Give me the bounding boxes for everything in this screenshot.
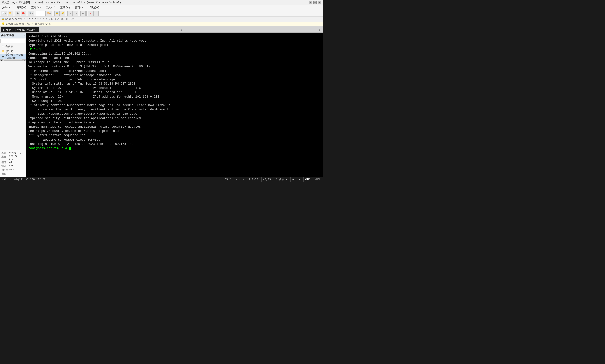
tb-new-session[interactable]: 📄▾ xyxy=(1,11,7,16)
session-value-protocol: SSH xyxy=(9,165,13,168)
scroll-left-button[interactable]: ◄ xyxy=(0,59,3,61)
session-label-name: 名称 xyxy=(1,151,9,155)
toolbar: 📄▾ 📂 🔌 ⛔ 🔍▾ ▾ 🎨▾ 🔒 🔑 ⬆▾ ⬇▾ ⚙▾ ❓ ⋯ xyxy=(0,10,323,16)
session-value-name: 华为云：... xyxy=(9,151,23,155)
session-row-port: 端口 22 xyxy=(1,161,24,164)
tb-download[interactable]: ⬇▾ xyxy=(73,11,78,16)
session-label-host: 主机 xyxy=(1,155,9,160)
main-area: 会话管理器 ✕ 📋 当会话 📁 华为云 💻 华为云：Mysql环境搭建 ◄ ► xyxy=(0,33,323,177)
session-label-port: 端口 xyxy=(1,161,9,164)
minimize-button[interactable]: ─ xyxy=(309,1,312,4)
sidebar-close-icon[interactable]: ✕ xyxy=(23,34,25,37)
folder-icon: 📁 xyxy=(1,50,4,53)
term-line: Type 'help' to learn how to use Xshell p… xyxy=(28,43,321,47)
term-line: Enable ESM Apps to receive additional fu… xyxy=(28,125,321,129)
tab-close-button[interactable]: ✕ xyxy=(36,29,37,31)
term-line: Expanded Security Maintenance for Applic… xyxy=(28,116,321,120)
address-bar: 🔒 ssh://root:***************@121.36.108.… xyxy=(0,16,323,22)
term-cursor xyxy=(69,147,71,150)
term-line: Copyright (c) 2020 NetSarang Computer, I… xyxy=(28,39,321,43)
maximize-button[interactable]: □ xyxy=(313,1,317,4)
tb-open[interactable]: 📂 xyxy=(8,11,13,16)
menu-file[interactable]: 文件(F) xyxy=(1,5,13,10)
tab-add-button[interactable]: + xyxy=(40,28,44,32)
term-line: See https://ubuntu.com/esm or run: sudo … xyxy=(28,129,321,133)
menu-tools[interactable]: 工具(T) xyxy=(45,5,56,10)
status-cursor-pos: 42,23 xyxy=(261,177,272,182)
term-line: https://ubuntu.com/engage/secure-kuberne… xyxy=(28,112,321,116)
term-line: Welcome to Ubuntu 22.04.3 LTS (GNU/Linux… xyxy=(28,65,321,69)
term-line: Connecting to 121.36.108.102:22... xyxy=(28,52,321,56)
title-bar-controls: ─ □ ✕ xyxy=(309,1,321,4)
sidebar: 会话管理器 ✕ 📋 当会话 📁 华为云 💻 华为云：Mysql环境搭建 ◄ ► xyxy=(0,33,26,177)
term-line: * Management: https://landscape.canonica… xyxy=(28,73,321,78)
menu-view[interactable]: 查看(V) xyxy=(30,5,42,10)
status-session-count: 1 会话 ▲ xyxy=(274,177,289,182)
tb-more[interactable]: ⋯ xyxy=(93,11,99,16)
term-prompt: root@hcss-ecs-f379:~# xyxy=(28,146,69,150)
session-row-name: 名称 华为云：... xyxy=(1,151,24,155)
status-bar: ssh://root@121.36.108.102:22 SSH2 xterm … xyxy=(0,177,323,182)
tb-settings[interactable]: ⚙▾ xyxy=(80,11,86,16)
tb-color[interactable]: 🎨▾ xyxy=(46,11,52,16)
session-row-desc: 说明 xyxy=(1,172,24,175)
tb-key[interactable]: 🔑 xyxy=(60,11,65,16)
term-prompt-line: root@hcss-ecs-f379:~# xyxy=(28,146,321,151)
term-line: * Support: https://ubuntu.com/advantage xyxy=(28,78,321,82)
session-label-username: 用户名 xyxy=(1,168,9,172)
tb-sep-5 xyxy=(66,11,66,16)
tb-lock[interactable]: 🔒 xyxy=(54,11,60,16)
sidebar-search-area xyxy=(0,38,26,43)
terminal[interactable]: Xshell 7 (Build 0137) Copyright (c) 2020… xyxy=(26,33,323,177)
tb-upload[interactable]: ⬆▾ xyxy=(67,11,73,16)
tab-session-1[interactable]: 1 华为云：Mysql环境搭建 ✕ xyxy=(1,27,39,32)
tb-search[interactable]: 🔍▾ xyxy=(28,11,34,16)
tb-help[interactable]: ❓ xyxy=(88,11,93,16)
tb-connect[interactable]: 🔌 xyxy=(15,11,20,16)
menu-options[interactable]: 选项(B) xyxy=(59,5,71,10)
session-row-protocol: 协议 SSH xyxy=(1,165,24,168)
status-next-button[interactable]: ► xyxy=(297,177,302,182)
address-text: ssh://root:***************@121.36.108.10… xyxy=(5,18,322,21)
sidebar-scrollbar: ◄ ► xyxy=(0,59,26,61)
tip-icon: 💡 xyxy=(1,23,5,26)
status-protocol: SSH2 xyxy=(223,177,232,182)
menu-window[interactable]: 窗口(W) xyxy=(74,5,86,10)
status-terminal-type: xterm xyxy=(234,177,245,182)
session-icon: 📋 xyxy=(1,45,4,48)
tb-encoding[interactable]: ▾ xyxy=(36,11,46,16)
menu-edit[interactable]: 编辑(E) xyxy=(16,5,27,10)
term-line: Welcome to Huawei Cloud Service xyxy=(28,138,321,142)
tip-bar: 💡 要添加当前会话，点击左侧的黑头按钮。 xyxy=(0,22,323,26)
scroll-thumb xyxy=(4,60,22,61)
session-value-host: 121.36.1... xyxy=(9,155,24,160)
tab-nav-left[interactable]: ◄ xyxy=(179,28,183,32)
session-info-panel: 名称 华为云：... 主机 121.36.1... 端口 22 协议 SSH 用… xyxy=(0,150,26,177)
tip-text: 要添加当前会话，点击左侧的黑头按钮。 xyxy=(6,22,52,26)
term-line: Memory usage: 25% IPv4 address for eth0:… xyxy=(28,95,321,99)
tb-disconnect[interactable]: ⛔ xyxy=(21,11,26,16)
sidebar-title: 会话管理器 xyxy=(1,34,14,37)
term-line: * Strictly confined Kubernetes makes edg… xyxy=(28,103,321,107)
status-prev-button[interactable]: ◄ xyxy=(290,177,295,182)
status-dimensions: 210x58 xyxy=(247,177,259,182)
term-line: * Documentation: https://help.ubuntu.com xyxy=(28,69,321,73)
window-title: 华为云：Mysql环境搭建 - root@hcss-ecs-f379: ~ – … xyxy=(2,1,121,4)
session-value-port: 22 xyxy=(9,161,12,164)
sidebar-header: 会话管理器 ✕ xyxy=(0,33,26,38)
menu-help[interactable]: 帮助(H) xyxy=(89,5,101,10)
sidebar-item-mysql[interactable]: 💻 华为云：Mysql环境搭建 xyxy=(0,54,26,59)
term-line: *** System restart required *** xyxy=(28,133,321,138)
term-line: To escape to local shell, press 'Ctrl+Al… xyxy=(28,60,321,65)
session-label-protocol: 协议 xyxy=(1,165,9,168)
scroll-right-button[interactable]: ► xyxy=(23,59,26,61)
tb-sep-2 xyxy=(27,11,27,16)
term-line: just raised the bar for easy, resilient … xyxy=(28,107,321,112)
close-button[interactable]: ✕ xyxy=(318,1,321,4)
sidebar-search-input[interactable] xyxy=(0,39,25,43)
term-line: Last login: Tue Sep 12 14:30:23 2023 fro… xyxy=(28,142,321,146)
sidebar-item-current-session[interactable]: 📋 当会话 xyxy=(0,43,26,49)
tab-nav-right[interactable]: ► xyxy=(318,28,322,32)
menu-bar: 文件(F) 编辑(E) 查看(V) 工具(T) 选项(B) 窗口(W) 帮助(H… xyxy=(0,5,323,10)
tb-sep-1 xyxy=(14,11,14,16)
